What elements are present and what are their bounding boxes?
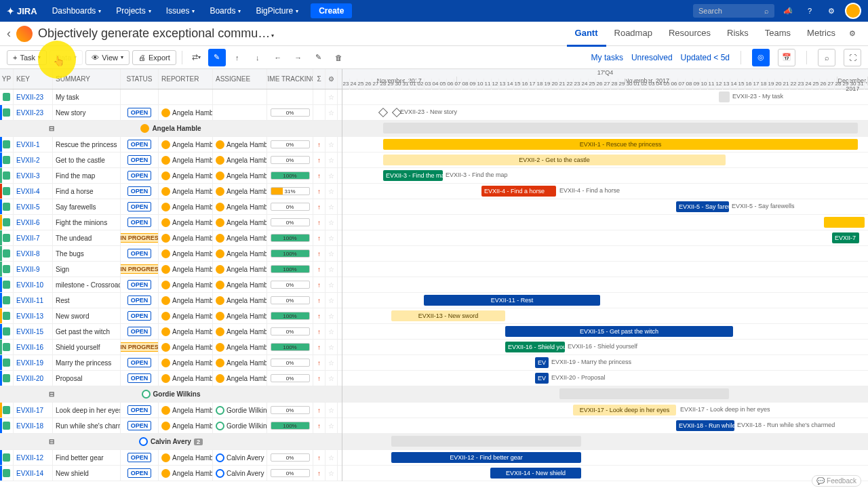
view-button[interactable]: 👁View	[85, 50, 130, 65]
issue-summary[interactable]: Look deep in her eyes	[53, 403, 121, 418]
reporter-cell[interactable]: Angela Hamble	[159, 215, 213, 230]
assignee-cell[interactable]: Angela Hamble	[213, 355, 267, 370]
filter-mytasks[interactable]: My tasks	[591, 53, 623, 62]
issue-key[interactable]: EVXII-7	[14, 230, 53, 245]
reporter-cell[interactable]: Angela Hamble	[159, 293, 213, 308]
table-row[interactable]: EVXII-12 Find better gear OPEN Angela Ha…	[0, 450, 342, 466]
favorite-star-icon[interactable]: ☆	[326, 450, 338, 465]
gantt-bar[interactable]: EVXII-11 - Rest	[424, 295, 600, 306]
issue-summary[interactable]: New shield	[53, 466, 121, 481]
issue-summary[interactable]: New sword	[53, 308, 121, 323]
reporter-cell[interactable]: Angela Hamble	[159, 246, 213, 261]
assignee-cell[interactable]	[213, 89, 267, 104]
assignee-cell[interactable]: Gordie Wilkins	[213, 403, 267, 418]
issue-summary[interactable]: Find better gear	[53, 450, 121, 465]
gantt-chart[interactable]: 17'Q4 November, 2017 November, 2017 Dece…	[342, 69, 868, 481]
nav-issues[interactable]: Issues	[159, 2, 202, 20]
search-input[interactable]: Search ⌕	[693, 4, 774, 18]
assignee-cell[interactable]: Angela Hamble	[213, 308, 267, 323]
reporter-cell[interactable]: Angela Hamble	[159, 450, 213, 465]
gantt-bar[interactable]: EVXII-4 - Find a horse	[481, 186, 556, 197]
table-row[interactable]: EVXII-17 Look deep in her eyes OPEN Ange…	[0, 403, 342, 418]
layout-button[interactable]: ⇄	[188, 49, 205, 66]
gantt-bar[interactable]	[559, 388, 729, 399]
table-row[interactable]: EVXII-23 My task ☆	[0, 89, 342, 105]
issue-summary[interactable]: The undead	[53, 230, 121, 245]
assignee-cell[interactable]: Gordie Wilkins	[213, 418, 267, 433]
feedback-button[interactable]: 💬 Feedback	[812, 475, 861, 487]
filter-unresolved[interactable]: Unresolved	[631, 53, 673, 62]
favorite-star-icon[interactable]: ☆	[326, 168, 338, 183]
issue-key[interactable]: EVXII-12	[14, 450, 53, 465]
issue-summary[interactable]: Sign	[53, 262, 121, 277]
issue-key[interactable]: EVXII-19	[14, 355, 53, 370]
gantt-bar[interactable]	[824, 217, 865, 228]
tab-teams[interactable]: Teams	[757, 21, 799, 47]
favorite-star-icon[interactable]: ☆	[326, 466, 338, 481]
col-type[interactable]: YP	[0, 69, 14, 89]
reporter-cell[interactable]: Angela Hamble	[159, 418, 213, 433]
jira-logo[interactable]: ✦ JIRA	[7, 6, 37, 16]
favorite-star-icon[interactable]: ☆	[326, 371, 338, 386]
gantt-bar[interactable]: EVXII-18 - Run while sh	[676, 420, 734, 431]
indent-up-button[interactable]: ↑	[229, 49, 246, 66]
issue-summary[interactable]: Get to the castle	[53, 152, 121, 167]
table-row[interactable]: EVXII-2 Get to the castle OPEN Angela Ha…	[0, 152, 342, 168]
tab-roadmap[interactable]: Roadmap	[606, 21, 660, 47]
gantt-bar[interactable]: EV	[535, 357, 549, 368]
issue-summary[interactable]: Fight the minions	[53, 215, 121, 230]
fullscreen-button[interactable]: ⛶	[844, 49, 861, 66]
favorite-star-icon[interactable]: ☆	[326, 89, 338, 104]
issue-summary[interactable]: milestone - Crossroads	[53, 277, 121, 292]
reporter-cell[interactable]: Angela Hamble	[159, 168, 213, 183]
favorite-star-icon[interactable]: ☆	[326, 277, 338, 292]
reporter-cell[interactable]: Angela Hamble	[159, 324, 213, 339]
pencil-button[interactable]: ✎	[310, 49, 328, 66]
issue-summary[interactable]: Rescue the princess	[53, 137, 121, 152]
assignee-cell[interactable]	[213, 105, 267, 120]
favorite-star-icon[interactable]: ☆	[326, 184, 338, 199]
issue-summary[interactable]: Rest	[53, 293, 121, 308]
favorite-star-icon[interactable]: ☆	[326, 262, 338, 277]
issue-key[interactable]: EVXII-6	[14, 215, 53, 230]
assignee-cell[interactable]: Angela Hamble	[213, 168, 267, 183]
edit-mode-button[interactable]: ✎	[208, 49, 226, 66]
assignee-cell[interactable]: Angela Hamble	[213, 199, 267, 214]
table-row[interactable]: EVXII-1 Rescue the princess OPEN Angela …	[0, 137, 342, 152]
gantt-bar[interactable]: EVXII-1 - Rescue the princess	[383, 139, 858, 150]
tab-resources[interactable]: Resources	[660, 21, 719, 47]
settings-icon[interactable]: ⚙	[823, 3, 840, 19]
help-icon[interactable]: ?	[802, 3, 818, 19]
tab-risks[interactable]: Risks	[719, 21, 757, 47]
issue-key[interactable]: EVXII-14	[14, 466, 53, 481]
assignee-cell[interactable]: Angela Hamble	[213, 324, 267, 339]
nav-dashboards[interactable]: Dashboards	[45, 2, 108, 20]
favorite-star-icon[interactable]: ☆	[326, 215, 338, 230]
issue-key[interactable]: EVXII-1	[14, 137, 53, 152]
reporter-cell[interactable]: Angela Hamble	[159, 403, 213, 418]
issue-key[interactable]: EVXII-2	[14, 152, 53, 167]
favorite-star-icon[interactable]: ☆	[326, 246, 338, 261]
table-row[interactable]: EVXII-8 The bugs OPEN Angela Hamble Ange…	[0, 246, 342, 262]
issue-key[interactable]: EVXII-16	[14, 340, 53, 354]
export-button[interactable]: 🖨Export	[132, 50, 176, 65]
table-row[interactable]: EVXII-3 Find the map OPEN Angela Hamble …	[0, 168, 342, 184]
gantt-bar[interactable]: EVXII-14 - New shield	[490, 468, 581, 479]
table-row[interactable]: EVXII-6 Fight the minions OPEN Angela Ha…	[0, 215, 342, 230]
issue-summary[interactable]: Shield yourself	[53, 340, 121, 354]
reporter-cell[interactable]: Angela Hamble	[159, 371, 213, 386]
module-settings-icon[interactable]: ⚙	[844, 22, 861, 45]
favorite-star-icon[interactable]: ☆	[326, 340, 338, 354]
task-button[interactable]: +Task	[7, 50, 47, 65]
favorite-star-icon[interactable]: ☆	[326, 152, 338, 167]
assignee-cell[interactable]: Angela Hamble	[213, 262, 267, 277]
issue-key[interactable]: EVXII-20	[14, 371, 53, 386]
col-assignee[interactable]: ASSIGNEE	[213, 69, 267, 89]
favorite-star-icon[interactable]: ☆	[326, 105, 338, 120]
issue-key[interactable]: EVXII-10	[14, 277, 53, 292]
favorite-star-icon[interactable]: ☆	[326, 230, 338, 245]
col-key[interactable]: KEY	[14, 69, 53, 89]
assignee-cell[interactable]: Angela Hamble	[213, 137, 267, 152]
issue-key[interactable]: EVXII-18	[14, 418, 53, 433]
issue-summary[interactable]: Get past the witch	[53, 324, 121, 339]
